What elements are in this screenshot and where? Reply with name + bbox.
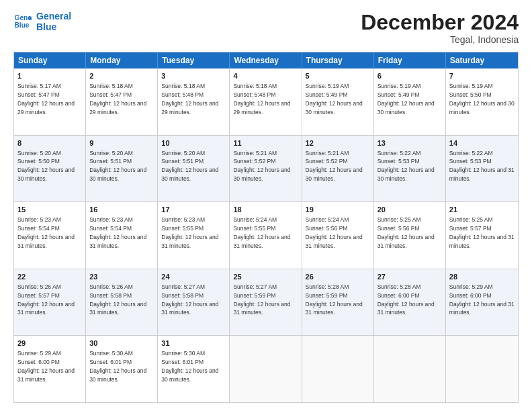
day-number: 4: [233, 71, 298, 81]
day-number: 19: [306, 205, 370, 215]
day-number: 2: [89, 71, 154, 81]
day-info: Sunrise: 5:27 AMSunset: 5:59 PMDaylight:…: [233, 283, 290, 316]
calendar-week: 22 Sunrise: 5:26 AMSunset: 5:57 PMDaylig…: [14, 269, 518, 336]
logo-line2: Blue: [36, 21, 71, 32]
day-number: 20: [378, 205, 442, 215]
calendar-week: 1 Sunrise: 5:17 AMSunset: 5:47 PMDayligh…: [14, 68, 518, 135]
day-info: Sunrise: 5:22 AMSunset: 5:53 PMDaylight:…: [378, 150, 435, 183]
day-info: Sunrise: 5:28 AMSunset: 6:00 PMDaylight:…: [378, 283, 435, 316]
calendar-cell: 24 Sunrise: 5:27 AMSunset: 5:58 PMDaylig…: [158, 269, 230, 336]
day-info: Sunrise: 5:20 AMSunset: 5:51 PMDaylight:…: [161, 150, 218, 183]
calendar-cell: 4 Sunrise: 5:18 AMSunset: 5:48 PMDayligh…: [230, 68, 302, 135]
weekday-header: Monday: [86, 52, 158, 68]
day-info: Sunrise: 5:28 AMSunset: 5:59 PMDaylight:…: [306, 283, 363, 316]
day-number: 30: [89, 338, 154, 349]
calendar: SundayMondayTuesdayWednesdayThursdayFrid…: [13, 52, 519, 403]
day-info: Sunrise: 5:23 AMSunset: 5:54 PMDaylight:…: [89, 216, 146, 249]
day-info: Sunrise: 5:20 AMSunset: 5:51 PMDaylight:…: [89, 150, 146, 183]
calendar-cell: 1 Sunrise: 5:17 AMSunset: 5:47 PMDayligh…: [14, 68, 86, 135]
day-info: Sunrise: 5:18 AMSunset: 5:48 PMDaylight:…: [233, 83, 290, 116]
day-info: Sunrise: 5:30 AMSunset: 6:01 PMDaylight:…: [161, 350, 218, 383]
day-number: 23: [89, 272, 154, 282]
calendar-cell: 2 Sunrise: 5:18 AMSunset: 5:47 PMDayligh…: [86, 68, 158, 135]
calendar-cell: 13 Sunrise: 5:22 AMSunset: 5:53 PMDaylig…: [374, 136, 446, 202]
calendar-cell: 26 Sunrise: 5:28 AMSunset: 5:59 PMDaylig…: [302, 269, 374, 336]
day-number: 16: [89, 205, 154, 215]
day-info: Sunrise: 5:24 AMSunset: 5:56 PMDaylight:…: [306, 216, 363, 249]
calendar-cell: 31 Sunrise: 5:30 AMSunset: 6:01 PMDaylig…: [158, 336, 230, 402]
day-number: 26: [306, 272, 370, 282]
calendar-cell: 8 Sunrise: 5:20 AMSunset: 5:50 PMDayligh…: [14, 136, 86, 202]
day-number: 5: [306, 71, 370, 81]
calendar-cell: 9 Sunrise: 5:20 AMSunset: 5:51 PMDayligh…: [86, 136, 158, 202]
header: General Blue General Blue December 2024 …: [13, 11, 519, 45]
calendar-cell: 3 Sunrise: 5:18 AMSunset: 5:48 PMDayligh…: [158, 68, 230, 135]
title-block: December 2024 Tegal, Indonesia: [361, 11, 519, 45]
calendar-week: 29 Sunrise: 5:29 AMSunset: 6:00 PMDaylig…: [14, 335, 518, 402]
day-info: Sunrise: 5:24 AMSunset: 5:55 PMDaylight:…: [233, 216, 290, 249]
day-info: Sunrise: 5:29 AMSunset: 6:00 PMDaylight:…: [17, 350, 75, 383]
day-number: 11: [233, 138, 298, 148]
day-number: 21: [449, 205, 515, 215]
calendar-cell: [302, 336, 374, 402]
day-number: 22: [17, 272, 82, 282]
day-number: 6: [378, 71, 442, 81]
calendar-week: 15 Sunrise: 5:23 AMSunset: 5:54 PMDaylig…: [14, 201, 518, 269]
day-number: 31: [161, 338, 226, 349]
day-number: 29: [17, 338, 82, 349]
weekday-header: Wednesday: [230, 52, 302, 68]
month-title: December 2024: [361, 11, 519, 34]
day-info: Sunrise: 5:19 AMSunset: 5:49 PMDaylight:…: [378, 83, 435, 116]
day-info: Sunrise: 5:21 AMSunset: 5:52 PMDaylight:…: [306, 150, 363, 183]
day-info: Sunrise: 5:23 AMSunset: 5:55 PMDaylight:…: [161, 216, 218, 249]
day-info: Sunrise: 5:17 AMSunset: 5:47 PMDaylight:…: [17, 83, 75, 116]
day-number: 17: [161, 205, 226, 215]
page: General Blue General Blue December 2024 …: [0, 0, 532, 411]
weekday-header: Friday: [374, 52, 446, 68]
day-number: 25: [233, 272, 298, 282]
calendar-cell: 15 Sunrise: 5:23 AMSunset: 5:54 PMDaylig…: [14, 202, 86, 269]
calendar-cell: 7 Sunrise: 5:19 AMSunset: 5:50 PMDayligh…: [446, 68, 518, 135]
location: Tegal, Indonesia: [361, 34, 519, 45]
calendar-cell: 17 Sunrise: 5:23 AMSunset: 5:55 PMDaylig…: [158, 202, 230, 269]
day-number: 3: [161, 71, 226, 81]
weekday-header: Saturday: [446, 52, 518, 68]
svg-text:Blue: Blue: [15, 21, 30, 29]
day-number: 7: [449, 71, 515, 81]
day-info: Sunrise: 5:19 AMSunset: 5:49 PMDaylight:…: [306, 83, 363, 116]
logo-line1: General: [36, 11, 71, 21]
day-info: Sunrise: 5:26 AMSunset: 5:57 PMDaylight:…: [17, 283, 75, 316]
calendar-cell: 12 Sunrise: 5:21 AMSunset: 5:52 PMDaylig…: [302, 136, 374, 202]
day-info: Sunrise: 5:25 AMSunset: 5:56 PMDaylight:…: [378, 216, 435, 249]
calendar-cell: 29 Sunrise: 5:29 AMSunset: 6:00 PMDaylig…: [14, 336, 86, 402]
weekday-header: Tuesday: [158, 52, 230, 68]
day-number: 1: [17, 71, 82, 81]
calendar-cell: [374, 336, 446, 402]
calendar-cell: 25 Sunrise: 5:27 AMSunset: 5:59 PMDaylig…: [230, 269, 302, 336]
day-number: 28: [449, 272, 515, 282]
day-number: 27: [378, 272, 442, 282]
weekday-header: Thursday: [302, 52, 374, 68]
calendar-cell: 30 Sunrise: 5:30 AMSunset: 6:01 PMDaylig…: [86, 336, 158, 402]
calendar-cell: 14 Sunrise: 5:22 AMSunset: 5:53 PMDaylig…: [446, 136, 518, 202]
day-info: Sunrise: 5:19 AMSunset: 5:50 PMDaylight:…: [449, 83, 515, 116]
calendar-cell: 18 Sunrise: 5:24 AMSunset: 5:55 PMDaylig…: [230, 202, 302, 269]
calendar-cell: [230, 336, 302, 402]
calendar-week: 8 Sunrise: 5:20 AMSunset: 5:50 PMDayligh…: [14, 135, 518, 202]
calendar-cell: 27 Sunrise: 5:28 AMSunset: 6:00 PMDaylig…: [374, 269, 446, 336]
day-info: Sunrise: 5:22 AMSunset: 5:53 PMDaylight:…: [449, 150, 515, 183]
weekday-header: Sunday: [14, 52, 86, 68]
day-info: Sunrise: 5:20 AMSunset: 5:50 PMDaylight:…: [17, 150, 75, 183]
day-number: 9: [89, 138, 154, 148]
calendar-cell: 11 Sunrise: 5:21 AMSunset: 5:52 PMDaylig…: [230, 136, 302, 202]
calendar-cell: 19 Sunrise: 5:24 AMSunset: 5:56 PMDaylig…: [302, 202, 374, 269]
day-info: Sunrise: 5:18 AMSunset: 5:47 PMDaylight:…: [89, 83, 146, 116]
day-number: 15: [17, 205, 82, 215]
day-info: Sunrise: 5:27 AMSunset: 5:58 PMDaylight:…: [161, 283, 218, 316]
calendar-cell: 16 Sunrise: 5:23 AMSunset: 5:54 PMDaylig…: [86, 202, 158, 269]
day-number: 12: [306, 138, 370, 148]
day-info: Sunrise: 5:18 AMSunset: 5:48 PMDaylight:…: [161, 83, 218, 116]
calendar-body: 1 Sunrise: 5:17 AMSunset: 5:47 PMDayligh…: [14, 68, 518, 402]
logo: General Blue General Blue: [13, 11, 71, 32]
day-number: 18: [233, 205, 298, 215]
